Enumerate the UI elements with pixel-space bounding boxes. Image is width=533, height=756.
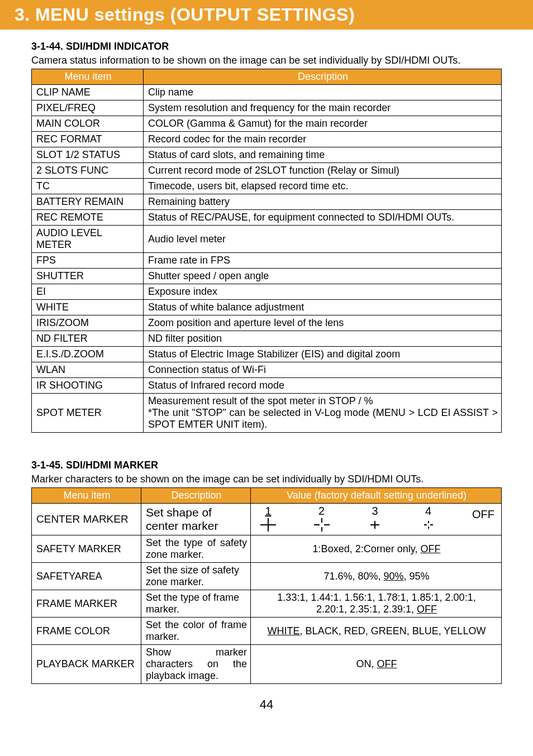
menu-item: PIXEL/FREQ (32, 101, 144, 116)
menu-item: SHUTTER (32, 269, 144, 284)
table-row: WHITEStatus of white balance adjustment (32, 300, 502, 315)
value-default: 90% (384, 571, 404, 582)
table-row: FRAME MARKER Set the type of frame marke… (32, 590, 502, 618)
value-text: 1.33:1, 1.44:1. 1.56:1, 1.78:1, 1.85:1, … (277, 592, 475, 603)
marker-1-num: 1 (265, 505, 271, 517)
table-44-header-desc: Description (144, 69, 502, 85)
table-row: REC FORMATRecord codec for the main reco… (32, 132, 502, 147)
menu-desc: Status of card slots, and remaining time (144, 147, 502, 163)
table-row: REC REMOTEStatus of REC/PAUSE, for equip… (32, 210, 502, 226)
marker-4-num: 4 (425, 505, 431, 517)
menu-value: 1 2 3 (251, 504, 502, 535)
menu-desc: Record codec for the main recorder (144, 132, 502, 147)
menu-item: IRIS/ZOOM (32, 315, 144, 331)
value-default: WHITE (268, 625, 300, 637)
menu-item: TC (32, 179, 144, 194)
value-default: OFF (420, 543, 440, 554)
table-45-header-val: Value (factory default setting underline… (251, 488, 502, 504)
menu-item: REC REMOTE (32, 210, 144, 226)
menu-item: FPS (32, 253, 144, 269)
table-row: SAFETY MARKER Set the type of safety zon… (32, 535, 502, 563)
section-44-intro: Camera status information to be shown on… (31, 55, 502, 66)
table-44-header-row: Menu item Description (32, 69, 502, 85)
menu-desc: Show marker characters on the playback i… (141, 645, 251, 684)
menu-desc: Frame rate in FPS (144, 253, 502, 269)
menu-desc: Exposure index (144, 284, 502, 300)
table-row: IRIS/ZOOMZoom position and aperture leve… (32, 315, 502, 331)
menu-item: 2 SLOTS FUNC (32, 163, 144, 179)
menu-desc: Status of REC/PAUSE, for equipment conne… (144, 210, 502, 226)
page-number: 44 (31, 697, 502, 712)
menu-item: SAFETYAREA (32, 563, 141, 590)
menu-desc: Current record mode of 2SLOT function (R… (144, 163, 502, 179)
table-row: FPSFrame rate in FPS (32, 253, 502, 269)
table-row: SAFETYAREA Set the size of safety zone m… (32, 563, 502, 590)
marker-2-num: 2 (318, 505, 325, 517)
menu-item: MAIN COLOR (32, 116, 144, 132)
menu-item: SLOT 1/2 STATUS (32, 147, 144, 163)
section-44-title: 3-1-44. SDI/HDMI INDICATOR (31, 41, 502, 52)
menu-desc: System resolution and frequency for the … (144, 101, 502, 116)
table-row: E.I.S./D.ZOOMStatus of Electric Image St… (32, 347, 502, 362)
table-44: Menu item Description CLIP NAMEClip name… (31, 69, 502, 433)
section-45-intro: Marker characters to be shown on the ima… (31, 473, 502, 485)
menu-item: PLAYBACK MARKER (32, 645, 141, 684)
menu-item: REC FORMAT (32, 132, 144, 147)
value-text: 2.20:1, 2.35:1, 2.39:1, (316, 604, 417, 615)
table-row: SPOT METERMeasurement result of the spot… (32, 394, 502, 433)
value-text: , 95% (404, 571, 430, 582)
value-text: , BLACK, RED, GREEN, BLUE, YELLOW (300, 625, 486, 637)
value-default: OFF (417, 604, 437, 615)
value-text: 1:Boxed, 2:Corner only, (313, 543, 421, 554)
table-row: TCTimecode, users bit, elapsed record ti… (32, 179, 502, 194)
menu-desc: Timecode, users bit, elapsed record time… (144, 179, 502, 194)
table-row: FRAME COLOR Set the color of frame marke… (32, 618, 502, 645)
marker-3-num: 3 (372, 505, 378, 517)
table-row: ND FILTERND filter position (32, 331, 502, 347)
menu-value: 71.6%, 80%, 90%, 95% (251, 563, 502, 590)
menu-value: ON, OFF (251, 645, 502, 684)
menu-item: IR SHOOTING (32, 378, 144, 394)
menu-desc: Measurement result of the spot meter in … (144, 394, 502, 433)
table-row: PIXEL/FREQSystem resolution and frequenc… (32, 101, 502, 116)
menu-item: AUDIO LEVEL METER (32, 226, 144, 253)
menu-desc: Connection status of Wi-Fi (144, 362, 502, 378)
menu-item: E.I.S./D.ZOOM (32, 347, 144, 362)
table-row: MAIN COLORCOLOR (Gamma & Gamut) for the … (32, 116, 502, 132)
menu-item: BATTERY REMAIN (32, 194, 144, 210)
menu-item: EI (32, 284, 144, 300)
menu-item: CLIP NAME (32, 85, 144, 101)
menu-item: FRAME MARKER (32, 590, 141, 618)
table-row: BATTERY REMAINRemaining battery (32, 194, 502, 210)
menu-desc: Set the type of safety zone marker. (141, 535, 251, 563)
table-row: PLAYBACK MARKER Show marker characters o… (32, 645, 502, 684)
marker-off-label: OFF (472, 508, 494, 520)
table-45-header-row: Menu item Description Value (factory def… (32, 488, 502, 504)
menu-item: SPOT METER (32, 394, 144, 433)
marker-cross-large-icon (259, 516, 278, 533)
menu-desc: Shutter speed / open angle (144, 269, 502, 284)
table-row: CLIP NAMEClip name (32, 85, 502, 101)
value-text: 71.6%, 80%, (323, 571, 383, 582)
table-row: 2 SLOTS FUNCCurrent record mode of 2SLOT… (32, 163, 502, 179)
menu-desc: Clip name (144, 85, 502, 101)
marker-cross-small-icon (365, 516, 384, 533)
menu-desc: Status of Infrared record mode (144, 378, 502, 394)
table-row: WLANConnection status of Wi-Fi (32, 362, 502, 378)
content-area: 3-1-44. SDI/HDMI INDICATOR Camera status… (0, 30, 533, 717)
menu-desc: Zoom position and aperture level of the … (144, 315, 502, 331)
table-45-header-desc: Description (141, 488, 251, 504)
menu-item: WLAN (32, 362, 144, 378)
table-row: AUDIO LEVEL METERAudio level meter (32, 226, 502, 253)
menu-desc: Audio level meter (144, 226, 502, 253)
menu-item: WHITE (32, 300, 144, 315)
menu-item: ND FILTER (32, 331, 144, 347)
menu-item: FRAME COLOR (32, 618, 141, 645)
value-text: ON, (356, 658, 377, 669)
table-45: Menu item Description Value (factory def… (31, 487, 502, 684)
page-banner: 3. MENU settings (OUTPUT SETTINGS) (0, 0, 533, 30)
menu-desc: COLOR (Gamma & Gamut) for the main recor… (144, 116, 502, 132)
menu-desc: Remaining battery (144, 194, 502, 210)
table-row: CENTER MARKER Set shape of center marker… (32, 504, 502, 535)
section-45-title: 3-1-45. SDI/HDMI MARKER (31, 460, 502, 471)
